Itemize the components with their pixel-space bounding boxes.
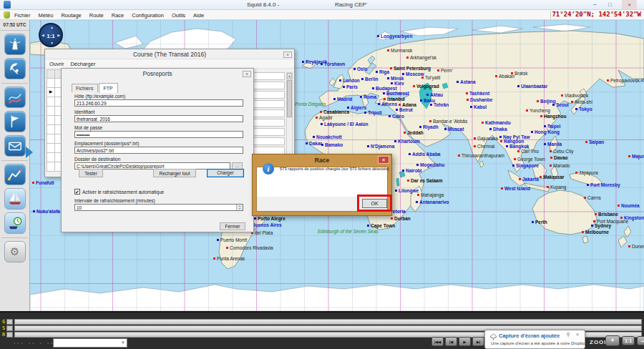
course-close-button[interactable]: x xyxy=(283,51,292,58)
city-dot xyxy=(391,82,393,84)
cursor-coordinates: 71°24'20"N; 142°54'32"W xyxy=(552,11,641,18)
posreport-list-row[interactable] xyxy=(251,82,285,89)
menu-item-meteo[interactable]: Météo xyxy=(39,12,54,19)
charger-button[interactable]: Charger xyxy=(207,169,244,177)
spinner-buttons[interactable]: ▲▼ xyxy=(236,205,243,210)
timeline-combobox[interactable]: ▼ xyxy=(53,338,127,348)
auto-refresh-row: ✔ Activer le rafraîchissement automatiqu… xyxy=(74,189,164,195)
lighthouse-icon[interactable] xyxy=(4,34,26,55)
posreport-list-row[interactable] xyxy=(251,128,285,136)
close-button[interactable]: × xyxy=(622,0,637,9)
race-timer-icon[interactable] xyxy=(4,212,26,234)
city-dot xyxy=(561,94,563,97)
posreport-list-row[interactable] xyxy=(251,119,285,127)
host-input[interactable] xyxy=(74,99,243,107)
notification-close-icon[interactable]: × xyxy=(576,332,579,337)
pin-icon[interactable]: ⚲ xyxy=(567,332,570,338)
settings-gear-icon[interactable]: ⚙ xyxy=(4,241,26,262)
track-bar[interactable] xyxy=(14,319,642,325)
menu-item-route[interactable]: Route xyxy=(89,12,104,19)
fermer-button[interactable]: Fermer xyxy=(220,222,245,230)
city-dot xyxy=(376,71,378,73)
ok-button[interactable]: OK xyxy=(362,199,387,208)
map-city-label: Porto Alegre xyxy=(254,216,286,221)
scrollbar-thumb[interactable] xyxy=(287,80,292,117)
map-city-label: Punta Arenas xyxy=(213,256,245,261)
map-city-label: West Island xyxy=(501,186,530,191)
map-compass-control[interactable]: 1:1 ▲ ▼ ◀ ▶ xyxy=(39,23,63,47)
posreport-list-row[interactable] xyxy=(251,109,285,117)
timeline-zoom-out-button[interactable]: − xyxy=(637,336,644,345)
city-dot xyxy=(420,99,422,102)
city-dot xyxy=(364,112,366,114)
map-city-label: Nuku'alofa xyxy=(33,209,60,214)
sailing-icon[interactable] xyxy=(4,188,26,210)
timeline-zoom-reset-button[interactable]: 1:1 xyxy=(622,336,635,345)
menu-item-routage[interactable]: Routage xyxy=(61,12,81,19)
menu-item-race[interactable]: Race xyxy=(112,12,125,19)
menu-item-outils[interactable]: Outils xyxy=(172,12,185,19)
password-label: Mot de passe xyxy=(74,125,243,130)
password-input[interactable] xyxy=(74,131,243,138)
city-dot xyxy=(537,100,539,102)
city-dot xyxy=(429,120,431,122)
emplacement-input[interactable] xyxy=(74,147,243,154)
posreport-list-row[interactable] xyxy=(251,100,285,108)
map-city-label: Laâyoune / El Aaiún xyxy=(321,122,369,127)
minimize-button[interactable]: − xyxy=(587,0,602,9)
track-header-box[interactable] xyxy=(6,332,13,338)
grib-mail-icon[interactable] xyxy=(4,135,26,157)
map-city-label: Agadir xyxy=(316,115,333,120)
destination-label: Dossier de destination xyxy=(74,157,243,162)
city-dot xyxy=(321,123,323,125)
posreport-list-row[interactable] xyxy=(251,72,285,80)
posreports-close-button[interactable]: x xyxy=(243,71,251,77)
city-dot xyxy=(387,77,389,79)
track-header-box[interactable] xyxy=(6,325,13,331)
sidebar-expand-arrow[interactable] xyxy=(26,147,33,158)
menu-item-aide[interactable]: Aide xyxy=(193,12,204,19)
map-city-label: Volgograd xyxy=(413,84,439,89)
map-city-label: Mahajanga xyxy=(417,192,444,197)
map-city-label: Riyadh xyxy=(419,124,439,129)
posreport-list-row[interactable] xyxy=(251,137,285,145)
race-message: 573 rapports de position chargés (sur 57… xyxy=(280,167,386,171)
regatta-flag-icon[interactable] xyxy=(4,111,26,132)
timeline-zoom-in-button[interactable]: + xyxy=(605,335,620,346)
recharger-tout-button[interactable]: Recharger tout xyxy=(153,169,196,177)
maximize-button[interactable]: □ xyxy=(602,0,618,9)
posreport-list-row[interactable] xyxy=(251,91,285,99)
track-header-box[interactable] xyxy=(6,319,13,325)
weather-routing-icon[interactable] xyxy=(4,87,26,108)
map-city-label: Riga xyxy=(376,69,389,74)
map-city-label: Kingston xyxy=(620,215,644,220)
scroll-up-icon[interactable]: ▲ xyxy=(287,73,292,79)
dropbox-notification[interactable]: Capture d'écran ajoutée ⚲ × Une capture … xyxy=(484,330,585,349)
menu-item-configuration[interactable]: Configuration xyxy=(132,12,164,19)
menu-separator: | xyxy=(172,11,173,18)
course-dialog-title: Course (The Transat 2016) xyxy=(45,49,294,59)
city-dot xyxy=(540,176,542,178)
city-dot xyxy=(544,143,546,145)
route-icon[interactable] xyxy=(4,164,26,185)
race-close-button[interactable]: × xyxy=(378,156,389,164)
map-city-label: Istanbul xyxy=(384,97,405,102)
map-city-label: Port Moresby xyxy=(587,182,620,187)
city-dot xyxy=(302,61,304,63)
course-menu-ouvrir[interactable]: Ouvrir xyxy=(49,61,64,67)
track-letter: R xyxy=(2,332,5,338)
satellite-icon[interactable] xyxy=(4,58,26,79)
menu-item-fichier[interactable]: Fichier xyxy=(14,12,31,19)
tester-button[interactable]: Tester xyxy=(79,169,103,177)
playback-step-forward-icon[interactable]: ▶| xyxy=(472,337,484,346)
identifiant-input[interactable] xyxy=(74,115,243,122)
city-dot xyxy=(593,220,595,222)
auto-refresh-checkbox[interactable]: ✔ xyxy=(74,189,80,195)
map-city-label: Abakan xyxy=(495,74,514,79)
playback-play-icon[interactable]: ▶ xyxy=(459,337,471,346)
playback-step-back-icon[interactable]: |◀ xyxy=(445,337,457,346)
course-menu-decharger[interactable]: Décharger xyxy=(70,61,95,67)
city-dot xyxy=(499,136,502,138)
interval-spinner[interactable]: 10 ▲▼ xyxy=(74,204,243,211)
playback-skip-start-icon[interactable]: |◀◀ xyxy=(431,337,444,346)
